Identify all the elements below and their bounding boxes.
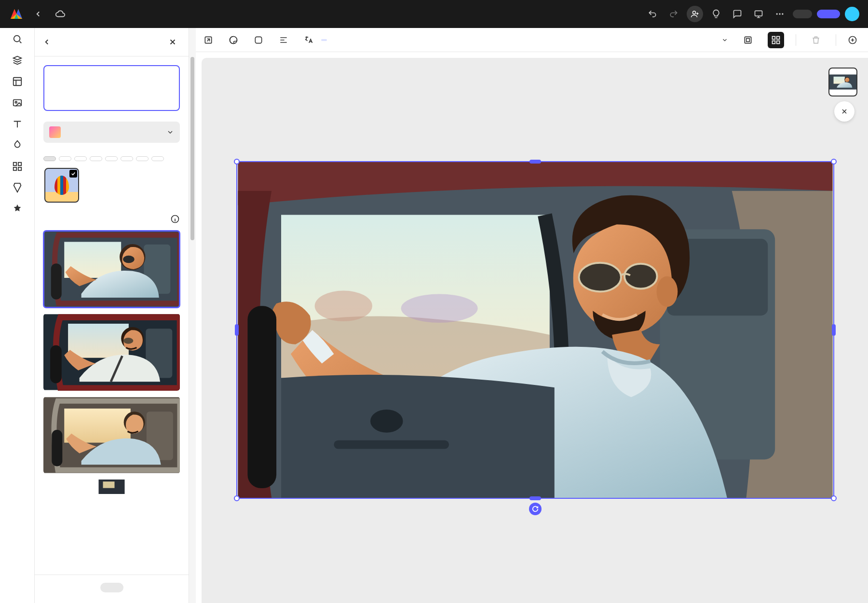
tb-add-button[interactable] [848, 35, 860, 45]
selection-handle-w[interactable] [235, 324, 239, 336]
tb-view-mode-2[interactable] [768, 32, 784, 48]
download-button[interactable] [793, 10, 812, 18]
top-bar [0, 0, 868, 28]
panel-back-button[interactable] [40, 35, 54, 49]
svg-point-56 [370, 410, 403, 433]
selection-handle-ne[interactable] [831, 159, 837, 164]
rotate-handle[interactable] [529, 503, 542, 515]
rail-media[interactable] [3, 97, 32, 110]
checkmark-icon [69, 170, 77, 178]
svg-rect-6 [13, 78, 21, 86]
chevron-down-icon [166, 128, 174, 136]
more-menu-button[interactable] [772, 6, 788, 22]
svg-rect-36 [745, 37, 751, 43]
new-badge [321, 39, 327, 41]
info-icon[interactable] [170, 214, 180, 226]
result-3[interactable] [43, 397, 180, 474]
svg-rect-21 [68, 324, 129, 358]
canvas-surface[interactable] [202, 58, 868, 603]
chip-selected[interactable] [43, 156, 56, 161]
rail-addons[interactable] [3, 182, 32, 195]
close-pages-panel-button[interactable] [834, 101, 854, 122]
invite-collaborator-button[interactable] [687, 6, 703, 22]
comments-button[interactable] [729, 6, 746, 22]
svg-rect-32 [103, 481, 115, 488]
tb-align[interactable] [279, 35, 292, 45]
rail-text[interactable] [3, 119, 32, 131]
svg-rect-57 [334, 440, 449, 449]
svg-rect-9 [13, 163, 16, 165]
tb-background-color[interactable] [254, 35, 267, 45]
chip-techniques[interactable] [105, 156, 118, 161]
chip-themes[interactable] [90, 156, 102, 161]
style-digital-art-thumb[interactable] [44, 168, 79, 203]
tb-view-mode-1[interactable] [740, 32, 756, 48]
zoom-control[interactable] [719, 37, 728, 43]
tb-delete[interactable] [808, 32, 824, 48]
tb-theme[interactable] [229, 35, 242, 45]
svg-rect-41 [777, 41, 780, 43]
left-rail [0, 28, 35, 603]
svg-rect-25 [50, 345, 62, 384]
svg-point-48 [315, 290, 372, 321]
page-thumbnail-image [829, 69, 856, 96]
result-1[interactable] [43, 231, 180, 308]
chip-popular[interactable] [59, 156, 71, 161]
share-button[interactable] [817, 10, 840, 18]
selection-handle-se[interactable] [831, 495, 837, 501]
scrollbar-thumb[interactable] [190, 57, 194, 240]
tb-resize[interactable] [203, 35, 217, 45]
chip-effects[interactable] [121, 156, 133, 161]
svg-rect-1 [755, 11, 762, 16]
panel-scrollbar[interactable] [189, 28, 196, 603]
svg-rect-37 [746, 38, 750, 41]
svg-point-3 [779, 13, 780, 14]
chip-materials[interactable] [136, 156, 149, 161]
canvas-toolbar [196, 28, 868, 52]
chip-concepts[interactable] [151, 156, 164, 161]
svg-rect-55 [247, 306, 276, 488]
svg-point-2 [776, 13, 778, 14]
svg-point-5 [14, 36, 20, 42]
panel-close-button[interactable] [165, 35, 180, 49]
selection-handle-e[interactable] [832, 324, 836, 336]
redo-button[interactable] [665, 6, 682, 22]
svg-rect-12 [18, 167, 21, 170]
rail-grids[interactable] [3, 161, 32, 174]
page-thumbnail[interactable] [828, 68, 857, 96]
generate-button[interactable] [100, 583, 123, 592]
chevron-down-icon [721, 37, 728, 43]
chip-movements[interactable] [74, 156, 87, 161]
svg-rect-38 [773, 36, 775, 39]
help-icon[interactable] [708, 6, 724, 22]
content-type-icon [49, 126, 61, 138]
balloon-icon [54, 176, 69, 195]
result-2[interactable] [43, 314, 180, 391]
selected-image[interactable] [236, 161, 834, 499]
rail-elements[interactable] [3, 140, 32, 152]
selection-handle-sw[interactable] [234, 495, 240, 501]
svg-rect-19 [51, 263, 62, 300]
rail-premium[interactable] [3, 204, 32, 216]
svg-point-53 [579, 263, 621, 292]
prompt-input[interactable] [43, 65, 180, 111]
tb-translate[interactable] [304, 35, 327, 45]
present-button[interactable] [750, 6, 767, 22]
result-2-image [43, 314, 180, 391]
back-button[interactable] [31, 7, 45, 21]
cloud-sync-icon[interactable] [55, 9, 66, 19]
user-avatar[interactable] [845, 7, 859, 21]
selection-handle-s[interactable] [529, 496, 541, 500]
rail-your-stuff[interactable] [3, 55, 32, 68]
rail-search[interactable] [3, 34, 32, 46]
rail-templates[interactable] [3, 76, 32, 89]
results-list [43, 231, 180, 494]
selection-handle-n[interactable] [529, 160, 541, 164]
undo-button[interactable] [644, 6, 661, 22]
selection-handle-nw[interactable] [234, 159, 240, 164]
content-type-dropdown[interactable] [43, 122, 180, 143]
svg-point-54 [624, 264, 657, 289]
svg-point-24 [123, 338, 133, 344]
app-logo [9, 6, 24, 22]
result-4[interactable] [43, 480, 180, 494]
